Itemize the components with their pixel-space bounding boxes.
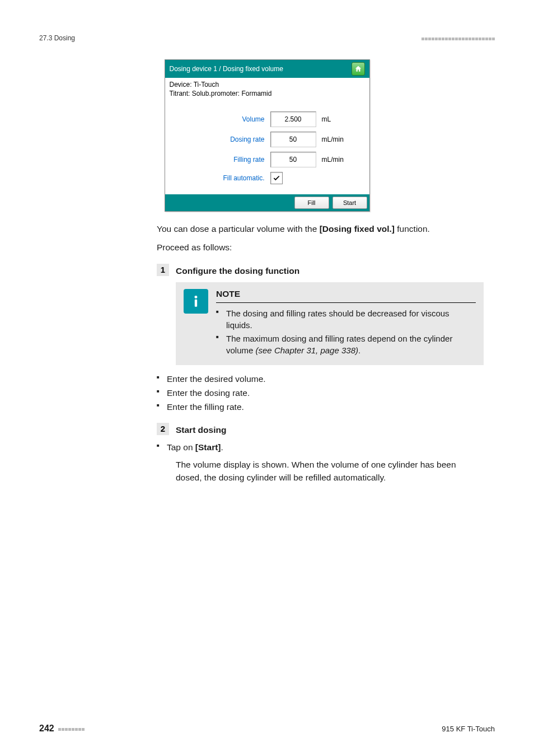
footer-decoration: [58, 725, 85, 733]
page-header: 27.3 Dosing: [39, 34, 495, 43]
document-name: 915 KF Ti-Touch: [442, 725, 495, 733]
unit-filling-rate: mL/min: [316, 156, 344, 164]
label-dosing-rate: Dosing rate: [170, 136, 270, 143]
input-dosing-rate[interactable]: 50: [270, 132, 316, 147]
body-content: You can dose a particular volume with th…: [157, 223, 484, 484]
step-2-action-bold: [Start]: [195, 442, 221, 452]
step-2-actions: Tap on [Start].: [157, 441, 484, 454]
header-decoration: [421, 34, 495, 43]
unit-volume: mL: [316, 115, 331, 123]
step-2-title: Start dosing: [176, 423, 226, 436]
note-item-2: The maximum dosing and filling rates dep…: [216, 333, 476, 356]
step-1-number: 1: [157, 264, 169, 276]
unit-dosing-rate: mL/min: [316, 136, 344, 143]
step-2-result: The volume display is shown. When the vo…: [176, 459, 484, 484]
note-content: NOTE The dosing and filling rates should…: [216, 288, 476, 358]
device-screenshot: Dosing device 1 / Dosing fixed volume De…: [165, 59, 370, 212]
row-filling-rate: Filling rate 50 mL/min: [170, 152, 365, 167]
step-2-number: 2: [157, 423, 169, 435]
note-list: The dosing and filling rates should be d…: [216, 307, 476, 356]
device-line: Device: Ti-Touch: [170, 80, 365, 89]
label-volume: Volume: [170, 115, 270, 123]
fill-button[interactable]: Fill: [294, 197, 329, 209]
screenshot-title: Dosing device 1 / Dosing fixed volume: [170, 65, 283, 73]
step-2-action-suffix: .: [221, 442, 223, 452]
start-button[interactable]: Start: [332, 197, 367, 209]
section-label: 27.3 Dosing: [39, 34, 75, 42]
intro-text: You can dose a particular volume with th…: [157, 224, 320, 234]
step-2-header: 2 Start dosing: [157, 423, 484, 436]
check-icon: [273, 174, 280, 182]
note-item-1: The dosing and filling rates should be d…: [216, 307, 476, 331]
input-filling-rate[interactable]: 50: [270, 152, 316, 167]
note-ref-after: .: [358, 346, 360, 355]
label-filling-rate: Filling rate: [170, 156, 270, 164]
row-dosing-rate: Dosing rate 50 mL/min: [170, 132, 365, 147]
note-ref: (see Chapter 31, page 338): [256, 346, 358, 355]
action-2: Enter the dosing rate.: [157, 387, 484, 399]
page-footer: 242 915 KF Ti-Touch: [39, 724, 495, 734]
note-heading: NOTE: [216, 288, 476, 303]
row-volume: Volume 2.500 mL: [170, 111, 365, 127]
titrant-line: Titrant: Solub.promoter: Formamid: [170, 89, 365, 98]
svg-rect-1: [195, 300, 197, 307]
screenshot-body: Volume 2.500 mL Dosing rate 50 mL/min Fi…: [165, 104, 369, 194]
label-fill-auto: Fill automatic.: [170, 174, 270, 182]
home-button[interactable]: [352, 62, 365, 76]
input-volume[interactable]: 2.500: [270, 111, 316, 127]
svg-point-0: [195, 296, 198, 298]
step-1-title: Configure the dosing function: [176, 264, 299, 277]
home-icon: [354, 65, 362, 73]
step-1-actions: Enter the desired volume. Enter the dosi…: [157, 373, 484, 413]
step-2-action-prefix: Tap on: [167, 442, 195, 452]
step-1-header: 1 Configure the dosing function: [157, 264, 484, 277]
checkbox-fill-auto[interactable]: [270, 172, 283, 184]
intro-bold: [Dosing fixed vol.]: [320, 224, 395, 234]
page-number: 242: [39, 724, 54, 734]
step-2-action: Tap on [Start].: [157, 441, 484, 454]
intro-paragraph-1: You can dose a particular volume with th…: [157, 223, 484, 235]
screenshot-titlebar: Dosing device 1 / Dosing fixed volume: [165, 60, 369, 78]
intro-paragraph-2: Proceed as follows:: [157, 241, 484, 254]
action-3: Enter the filling rate.: [157, 401, 484, 413]
action-1: Enter the desired volume.: [157, 373, 484, 385]
info-icon: [184, 289, 208, 314]
row-fill-auto: Fill automatic.: [170, 172, 365, 184]
note-box: NOTE The dosing and filling rates should…: [176, 282, 484, 365]
intro-text-2: function.: [395, 224, 430, 234]
screenshot-info: Device: Ti-Touch Titrant: Solub.promoter…: [165, 78, 369, 104]
screenshot-bottombar: Fill Start: [165, 194, 369, 211]
